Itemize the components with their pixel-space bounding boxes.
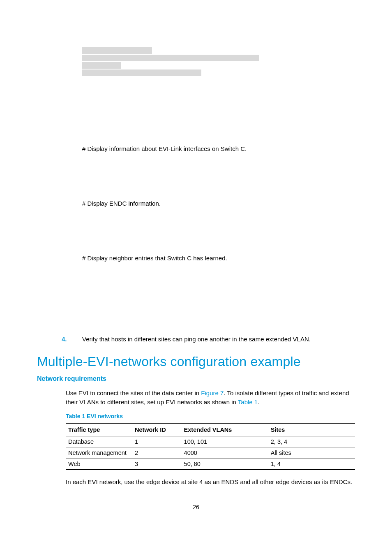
intro-text-3: . (258, 399, 259, 406)
step-4: 4. Verify that hosts in different sites … (37, 336, 355, 343)
cell-traffic: Database (66, 436, 132, 447)
page: # Display information about EVI-Link int… (0, 0, 392, 533)
cell-vlans: 100, 101 (182, 436, 268, 447)
cell-sites: 2, 3, 4 (268, 436, 355, 447)
intro-paragraph: Use EVI to connect the sites of the data… (66, 389, 355, 407)
command-text-3: # Display neighbor entries that Switch C… (82, 254, 355, 262)
redacted-code-block (82, 47, 355, 76)
table-header-row: Traffic type Network ID Extended VLANs S… (66, 423, 355, 436)
figure-7-link[interactable]: Figure 7 (201, 389, 224, 396)
evi-networks-table: Traffic type Network ID Extended VLANs S… (66, 423, 355, 470)
table-1-link[interactable]: Table 1 (238, 399, 258, 406)
cell-sites: 1, 4 (268, 458, 355, 470)
table-row: Network management 2 4000 All sites (66, 447, 355, 458)
command-text-1: # Display information about EVI-Link int… (82, 144, 355, 153)
cell-traffic: Network management (66, 447, 132, 458)
step-text: Verify that hosts in different sites can… (82, 336, 355, 343)
cell-vlans: 4000 (182, 447, 268, 458)
intro-text-1: Use EVI to connect the sites of the data… (66, 389, 201, 396)
table-caption: Table 1 EVI networks (66, 413, 355, 419)
step-number: 4. (62, 336, 82, 343)
command-text-2: # Display ENDC information. (82, 199, 355, 208)
page-number: 26 (0, 504, 392, 510)
section-heading: Multiple-EVI-networks configuration exam… (37, 354, 355, 369)
cell-vlans: 50, 80 (182, 458, 268, 470)
footnote-text: In each EVI network, use the edge device… (66, 477, 355, 487)
th-traffic: Traffic type (66, 423, 132, 436)
cell-netid: 3 (132, 458, 182, 470)
th-sites: Sites (268, 423, 355, 436)
cell-netid: 1 (132, 436, 182, 447)
th-netid: Network ID (132, 423, 182, 436)
table-row: Web 3 50, 80 1, 4 (66, 458, 355, 470)
cell-sites: All sites (268, 447, 355, 458)
table-row: Database 1 100, 101 2, 3, 4 (66, 436, 355, 447)
cell-netid: 2 (132, 447, 182, 458)
th-vlans: Extended VLANs (182, 423, 268, 436)
subsection-heading: Network requirements (37, 375, 355, 382)
cell-traffic: Web (66, 458, 132, 470)
